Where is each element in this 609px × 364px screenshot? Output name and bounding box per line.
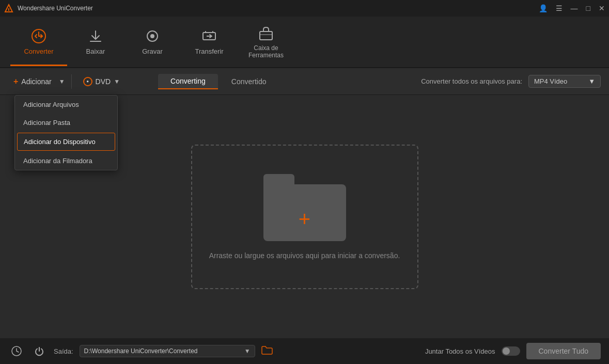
converter-icon <box>30 28 47 44</box>
caixa-icon <box>258 25 274 41</box>
nav-label-converter: Converter <box>24 48 53 56</box>
title-bar: Wondershare UniConverter 👤 ☰ — □ ✕ <box>0 0 609 17</box>
folder-tab <box>263 174 294 184</box>
merge-label: Juntar Todos os Vídeos <box>425 347 495 355</box>
schedule-icon-button[interactable] <box>8 343 25 359</box>
toggle-knob <box>503 347 510 355</box>
output-label: Saída: <box>54 347 73 355</box>
app-logo-icon <box>4 4 13 13</box>
drop-text: Arraste ou largue os arquivos aqui para … <box>209 251 400 260</box>
title-bar-controls: 👤 ☰ — □ ✕ <box>539 4 605 12</box>
nav-item-converter[interactable]: Converter <box>10 19 67 65</box>
nav-item-transferir[interactable]: Transferir <box>181 19 238 65</box>
folder-plus-icon: + <box>299 208 310 231</box>
menu-item-add-folder[interactable]: Adicionar Pasta <box>15 114 117 132</box>
format-value: MP4 Vídeo <box>534 77 567 85</box>
nav-bar: Converter Baixar Gravar <box>0 17 609 68</box>
nav-item-caixa[interactable]: Caixa deFerramentas <box>238 19 294 65</box>
menu-item-add-files[interactable]: Adicionar Arquivos <box>15 96 117 114</box>
transferir-icon <box>201 28 217 44</box>
nav-label-baixar: Baixar <box>86 48 105 56</box>
dvd-dropdown-arrow-icon: ▼ <box>114 78 120 85</box>
add-dropdown-arrow-icon[interactable]: ▼ <box>59 78 65 85</box>
menu-item-add-device[interactable]: Adicionar do Dispositivo <box>17 133 115 151</box>
add-button[interactable]: + Adicionar <box>8 74 57 89</box>
folder-icon: + <box>263 174 346 241</box>
bottom-bar: Saída: D:\Wondershare UniConverter\Conve… <box>0 338 609 364</box>
title-bar-left: Wondershare UniConverter <box>4 4 93 13</box>
format-dropdown-icon: ▼ <box>588 77 595 85</box>
dvd-button[interactable]: ● DVD ▼ <box>78 74 125 89</box>
svg-point-4 <box>150 34 154 38</box>
toolbar: + Adicionar ▼ ● DVD ▼ Converting Convert… <box>0 68 609 95</box>
nav-label-caixa: Caixa deFerramentas <box>248 44 284 59</box>
gravar-icon <box>144 28 161 44</box>
menu-icon[interactable]: ☰ <box>556 4 563 12</box>
baixar-icon <box>87 28 104 44</box>
open-folder-button[interactable] <box>261 345 273 357</box>
tab-convertido[interactable]: Convertido <box>219 74 279 89</box>
close-button[interactable]: ✕ <box>599 4 605 12</box>
app-title: Wondershare UniConverter <box>18 5 93 12</box>
dvd-icon: ● <box>83 77 92 86</box>
drop-zone[interactable]: + Arraste ou largue os arquivos aqui par… <box>191 145 418 289</box>
minimize-button[interactable]: — <box>571 4 578 12</box>
merge-toggle[interactable] <box>502 346 520 356</box>
dropdown-menu: Adicionar Arquivos Adicionar Pasta Adici… <box>14 95 118 170</box>
nav-item-baixar[interactable]: Baixar <box>67 19 124 65</box>
nav-item-gravar[interactable]: Gravar <box>124 19 181 65</box>
menu-item-add-camera[interactable]: Adicionar da Filmadora <box>15 152 117 170</box>
separator <box>71 74 72 89</box>
path-dropdown-icon[interactable]: ▼ <box>244 347 251 355</box>
dvd-label: DVD <box>96 77 111 86</box>
toolbar-tabs: Converting Convertido <box>158 74 278 89</box>
maximize-button[interactable]: □ <box>586 4 590 12</box>
plus-icon: + <box>13 77 18 86</box>
add-label: Adicionar <box>21 77 51 86</box>
output-path-wrap: D:\Wondershare UniConverter\Converted ▼ <box>80 345 255 357</box>
output-path: D:\Wondershare UniConverter\Converted <box>84 347 241 355</box>
format-select[interactable]: MP4 Vídeo ▼ <box>528 75 601 88</box>
user-icon[interactable]: 👤 <box>539 4 548 12</box>
convert-all-label: Converter todos os arquivos para: <box>421 77 522 85</box>
nav-label-gravar: Gravar <box>142 48 163 56</box>
convert-all-button[interactable]: Converter Tudo <box>526 343 601 359</box>
svg-rect-6 <box>260 31 272 40</box>
tab-converting[interactable]: Converting <box>158 74 218 89</box>
power-icon-button[interactable] <box>31 343 48 359</box>
nav-label-transferir: Transferir <box>195 48 223 56</box>
